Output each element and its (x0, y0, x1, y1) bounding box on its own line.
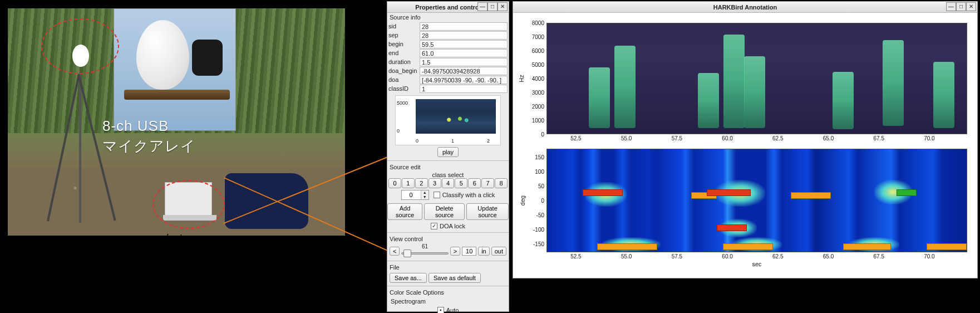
label-begin: begin (388, 41, 418, 47)
spinner-down-icon[interactable]: ▼ (421, 195, 429, 199)
zoom-out-button[interactable]: out (491, 247, 506, 256)
music-plotarea[interactable] (546, 149, 967, 252)
close-button[interactable]: ✕ (498, 2, 508, 11)
music-ytick: 0 (522, 198, 546, 204)
spinner-up-icon[interactable]: ▲ (421, 190, 429, 195)
detection[interactable] (597, 243, 657, 250)
value-doa[interactable]: [-84.99750039 -90. -90. -90. ] (420, 76, 508, 84)
label-class-select: class select (432, 172, 464, 178)
update-source-button[interactable]: Update source (466, 203, 509, 220)
spec-ytick: 4000 (522, 76, 546, 82)
spec-ytick: 8000 (522, 20, 546, 26)
music-spectrum-chart[interactable]: deg (546, 149, 967, 252)
mini-ytick: 0 (397, 128, 400, 134)
detection[interactable] (723, 243, 773, 250)
properties-control-window: Properties and control — □ ✕ Source info… (387, 1, 509, 312)
spectrogram-chart[interactable]: Hz 8000 7000 6000 5000 4000 3000 2000 10… (546, 23, 967, 134)
window-size-input[interactable] (462, 247, 476, 256)
music-ytick: 100 (522, 169, 546, 175)
save-as-button[interactable]: Save as... (390, 273, 427, 283)
save-default-button[interactable]: Save as default (429, 273, 481, 283)
mini-xtick: 1 (451, 138, 454, 144)
prev-button[interactable]: < (390, 247, 400, 256)
class-1[interactable]: 1 (402, 178, 415, 188)
mini-xtick: 0 (416, 138, 418, 144)
maximize-button[interactable]: □ (487, 2, 498, 11)
music-xtick: 70.0 (924, 252, 934, 260)
class-spinner-value[interactable] (402, 190, 421, 199)
minimize-button[interactable]: — (477, 2, 487, 11)
doa-lock-label: DOA lock (440, 223, 465, 229)
class-8[interactable]: 8 (495, 178, 508, 188)
spec-xtick: 67.5 (874, 134, 884, 141)
doa-lock-checkbox[interactable]: ✓ DOA lock (387, 222, 509, 231)
value-doa-begin[interactable]: -84.99750039428928 (420, 67, 508, 75)
spec-ytick: 5000 (522, 62, 546, 68)
checkbox-icon[interactable] (434, 192, 440, 198)
spec-xtick: 57.5 (672, 134, 682, 141)
value-end[interactable]: 61.0 (420, 49, 508, 57)
class-3[interactable]: 3 (429, 178, 441, 188)
mini-spectrogram: 5000 0 0 1 2 (395, 95, 501, 145)
music-xtick: 67.5 (874, 252, 884, 260)
spec-xtick: 65.0 (823, 134, 834, 141)
class-6[interactable]: 6 (468, 178, 481, 188)
spec-xtick: 60.0 (722, 134, 732, 141)
detection[interactable] (707, 189, 751, 196)
class-2[interactable]: 2 (415, 178, 428, 188)
spectrogram-subhead: Spectrogram (387, 297, 509, 306)
class-4[interactable]: 4 (442, 178, 455, 188)
music-xtick: 55.0 (621, 252, 632, 260)
value-sid[interactable]: 28 (420, 22, 508, 31)
checkbox-icon[interactable]: ▪ (437, 307, 444, 313)
music-xtick: 62.5 (772, 252, 783, 260)
close-button[interactable]: ✕ (966, 2, 976, 11)
detection[interactable] (717, 224, 747, 231)
delete-source-button[interactable]: Delete source (424, 203, 465, 220)
label-sid: sid (388, 23, 418, 30)
minimize-button[interactable]: — (946, 2, 956, 11)
spec-ytick: 1000 (522, 118, 546, 124)
value-classid[interactable]: 1 (420, 85, 508, 93)
label-classid: classID (388, 85, 418, 92)
section-color-scale: Color Scale Options (387, 288, 509, 297)
detection[interactable] (791, 192, 831, 199)
label-laptop: laptop (166, 232, 193, 236)
music-xtick: 65.0 (823, 252, 834, 260)
detection[interactable] (927, 243, 967, 250)
spec-ytick: 7000 (522, 34, 546, 40)
spec-ytick: 6000 (522, 48, 546, 54)
classify-click-checkbox[interactable]: Classify with a click (434, 190, 495, 200)
class-0[interactable]: 0 (388, 178, 401, 188)
play-button[interactable]: play (437, 147, 459, 157)
checkbox-checked-icon[interactable]: ✓ (431, 223, 437, 229)
window-title: HARKBird Annotation (513, 4, 977, 11)
time-slider[interactable]: 61 (401, 244, 448, 258)
titlebar[interactable]: HARKBird Annotation — □ ✕ (513, 2, 977, 13)
titlebar[interactable]: Properties and control — □ ✕ (387, 2, 509, 13)
maximize-button[interactable]: □ (956, 2, 966, 11)
value-sep[interactable]: 28 (420, 31, 508, 40)
detection[interactable] (843, 243, 891, 250)
spec-xtick: 55.0 (621, 134, 632, 141)
label-duration: duration (388, 58, 418, 65)
music-xtick: 60.0 (722, 252, 732, 260)
music-ytick: -100 (522, 226, 546, 232)
zoom-in-button[interactable]: in (478, 247, 490, 256)
next-button[interactable]: > (450, 247, 460, 256)
value-begin[interactable]: 59.5 (420, 40, 508, 48)
spec-xtick: 62.5 (772, 134, 783, 141)
spec-auto-label: Auto (446, 307, 459, 313)
mic-array-egg (136, 20, 189, 90)
class-7[interactable]: 7 (481, 178, 494, 188)
spec-auto-checkbox[interactable]: ▪ Auto (387, 306, 509, 313)
detection[interactable] (583, 189, 623, 196)
row-sid: sid 28 (387, 22, 509, 31)
class-5[interactable]: 5 (455, 178, 467, 188)
add-source-button[interactable]: Add source (387, 203, 422, 220)
mini-spectrogram-plot (416, 99, 496, 134)
value-duration[interactable]: 1.5 (420, 58, 508, 66)
detection[interactable] (897, 189, 917, 196)
class-spinner[interactable]: ▲▼ (401, 190, 429, 200)
spec-plotarea[interactable] (546, 23, 967, 134)
